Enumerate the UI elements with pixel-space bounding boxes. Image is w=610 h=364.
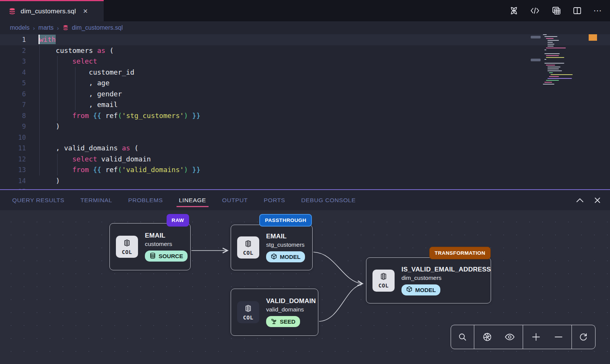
toolbar-group: [572, 325, 595, 349]
code-text: , gender: [26, 89, 122, 100]
breadcrumb-separator: ›: [57, 25, 59, 31]
node-badge-model[interactable]: MODEL: [401, 284, 440, 295]
aperture-icon[interactable]: [478, 328, 496, 346]
code-line[interactable]: 6 , gender: [0, 89, 610, 100]
cube-icon: [271, 253, 277, 261]
col-chip-label: COL: [243, 250, 254, 256]
panel-maximize-icon[interactable]: [576, 198, 584, 203]
code-line[interactable]: 2 customers as (: [0, 45, 610, 56]
code-text: customer_id: [26, 67, 134, 78]
code-line[interactable]: 3 select: [0, 56, 610, 67]
editor-tab-bar: dim_customers.sql ✕ ⋯: [0, 0, 610, 21]
panel-tab-output[interactable]: OUTPUT: [222, 192, 248, 209]
database-file-icon: [63, 24, 69, 31]
zoom-out-icon[interactable]: [549, 328, 568, 346]
indent-guide: [57, 154, 58, 176]
code-editor[interactable]: 1with2 customers as (3 select4 customer_…: [0, 34, 610, 189]
columns-icon: [123, 239, 131, 249]
line-number: 3: [0, 56, 26, 67]
column-chip: COL: [237, 236, 259, 259]
lineage-node-stg-customers[interactable]: COLEMAILstg_customersMODEL: [231, 225, 313, 270]
seedling-icon: [271, 318, 277, 326]
eye-icon[interactable]: [501, 328, 519, 346]
column-chip: COL: [116, 236, 138, 258]
columns-icon: [244, 304, 252, 314]
minimap-range-marker: [531, 59, 541, 61]
panel-tab-query-results[interactable]: QUERY RESULTS: [12, 192, 64, 209]
code-text: , age: [26, 78, 109, 89]
breadcrumb-item[interactable]: dim_customers.sql: [72, 24, 123, 31]
panel-close-icon[interactable]: [594, 197, 601, 204]
code-text: ): [26, 176, 60, 187]
line-number: 6: [0, 89, 26, 100]
code-text: with: [26, 34, 56, 45]
node-subtitle: dim_customers: [401, 275, 491, 281]
code-text: , email: [26, 99, 118, 110]
search-icon[interactable]: [453, 328, 472, 346]
panel-actions: [576, 190, 601, 210]
database-icon: [149, 252, 156, 260]
split-editor-icon[interactable]: [573, 6, 582, 15]
code-text: from {{ ref('valid_domains') }}: [26, 164, 201, 176]
indent-guide: [39, 45, 40, 176]
panel-tab-problems[interactable]: PROBLEMS: [128, 192, 163, 209]
code-line[interactable]: 8 from {{ ref('stg_customers') }}: [0, 110, 610, 121]
tab-close-icon[interactable]: ✕: [83, 8, 88, 15]
toolbar-group: [474, 325, 523, 349]
code-line[interactable]: 7 , email: [0, 99, 610, 110]
panel-tab-ports[interactable]: PORTS: [264, 192, 285, 209]
code-line[interactable]: 4 customer_id: [0, 67, 610, 78]
panel-tab-lineage[interactable]: LINEAGE: [179, 192, 206, 209]
node-subtitle: customers: [145, 241, 188, 247]
copy-table-icon[interactable]: [551, 6, 561, 15]
breadcrumb-item[interactable]: models: [10, 24, 30, 31]
lineage-node-dim-customers[interactable]: COLIS_VALID_EMAIL_ADDRESSdim_customersMO…: [366, 257, 491, 303]
node-tag-raw: RAW: [167, 214, 189, 227]
columns-icon: [379, 272, 388, 282]
toolbar-group: [451, 325, 474, 349]
column-chip: COL: [372, 270, 395, 292]
code-text: [26, 132, 39, 143]
code-line[interactable]: 13 from {{ ref('valid_domains') }}: [0, 164, 610, 176]
tab-dim-customers[interactable]: dim_customers.sql ✕: [0, 0, 104, 21]
indent-guide: [75, 67, 75, 110]
code-line[interactable]: 5 , age: [0, 78, 610, 89]
lineage-canvas[interactable]: RAWCOLEMAILcustomersSOURCEPASSTHROUGHCOL…: [0, 210, 610, 364]
refresh-icon[interactable]: [574, 328, 592, 346]
line-number: 10: [0, 132, 26, 143]
lineage-node-customers[interactable]: COLEMAILcustomersSOURCE: [109, 223, 191, 270]
lineage-node-valid-domains[interactable]: COLVALID_DOMAINvalid_domainsSEED: [231, 289, 318, 336]
code-line[interactable]: 15: [0, 186, 610, 189]
zoom-in-icon[interactable]: [527, 328, 545, 346]
panel-tab-debug-console[interactable]: DEBUG CONSOLE: [301, 192, 356, 209]
node-badge-seed[interactable]: SEED: [266, 316, 300, 327]
node-badge-model[interactable]: MODEL: [266, 251, 305, 262]
minimap[interactable]: [541, 34, 583, 103]
code-line[interactable]: 12 select valid_domain: [0, 154, 610, 165]
line-number: 9: [0, 121, 26, 132]
line-number: 15: [0, 186, 26, 189]
line-number: 8: [0, 110, 26, 121]
code-line[interactable]: 1with: [0, 34, 610, 45]
node-title: VALID_DOMAIN: [266, 297, 316, 305]
ide-window: dim_customers.sql ✕ ⋯ models›marts›dim_c…: [0, 0, 610, 364]
code-text: [26, 186, 39, 189]
code-line[interactable]: 10: [0, 132, 610, 143]
node-title: EMAIL: [145, 232, 188, 239]
code-text: from {{ ref('stg_customers') }}: [26, 110, 201, 121]
code-line[interactable]: 9 ): [0, 121, 610, 132]
line-number: 4: [0, 67, 26, 78]
panel-tab-terminal[interactable]: TERMINAL: [80, 192, 112, 209]
code-icon[interactable]: [530, 7, 540, 14]
line-number: 13: [0, 164, 26, 176]
code-line[interactable]: 11 , valid_domains as (: [0, 143, 610, 154]
line-number: 7: [0, 99, 26, 110]
toolbar-group: [523, 325, 572, 349]
col-chip-label: COL: [122, 249, 132, 255]
line-number: 1: [0, 34, 26, 45]
breadcrumb-item[interactable]: marts: [39, 24, 54, 31]
more-actions-icon[interactable]: ⋯: [593, 9, 602, 13]
code-line[interactable]: 14 ): [0, 176, 610, 187]
node-badge-source[interactable]: SOURCE: [145, 251, 188, 262]
dbt-logo-icon[interactable]: [509, 6, 518, 15]
